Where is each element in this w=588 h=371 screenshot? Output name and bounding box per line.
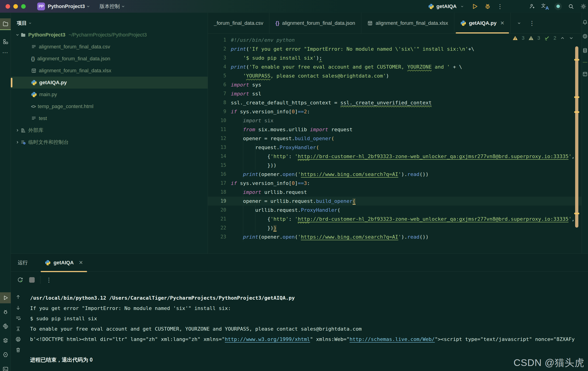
line-number: 12 (208, 134, 226, 143)
clear-console-trash-icon[interactable] (15, 347, 21, 353)
run-tool-button[interactable] (0, 292, 11, 303)
editor-tab-bar: _forum_final_data.csv{}alignment_forum_f… (208, 13, 582, 34)
stop-button[interactable] (29, 277, 35, 283)
console-link[interactable]: http://www.w3.org/1999/xhtml (225, 336, 310, 342)
problems-tool-button[interactable] (0, 349, 11, 360)
project-tree: PythonProject3~/PycharmProjects/PythonPr… (11, 29, 208, 148)
project-panel-header[interactable]: 项目 (11, 13, 208, 29)
ai-assistant-icon[interactable] (582, 33, 588, 39)
tree-item-test[interactable]: test (11, 112, 208, 124)
close-window-button[interactable] (6, 4, 10, 9)
code-line-5: 5 'YOURPASS, please contact sales@bright… (208, 71, 582, 80)
warning-stripe-mark[interactable] (574, 213, 579, 214)
editor-tab-alignment_forum_final_data.json[interactable]: {}alignment_forum_final_data.json (269, 13, 361, 33)
user-avatar[interactable] (555, 3, 562, 10)
services-tool-button[interactable] (0, 335, 11, 346)
python-icon (45, 260, 51, 266)
settings-gear-icon[interactable] (580, 3, 587, 10)
pycharm-window: PP PythonProject3 版本控制 getAIQA ⋮ 文A (0, 0, 588, 371)
code-with-me-icon[interactable] (529, 3, 535, 10)
code-text: if sys.version_info[0]==2: (226, 107, 582, 116)
print-icon[interactable] (15, 336, 21, 342)
project-selector[interactable]: PythonProject3 (48, 3, 85, 10)
tree-item-getAIQA.py[interactable]: getAIQA.py (11, 77, 208, 89)
code-editor[interactable]: 1#!/usr/bin/env python2print('If you get… (208, 34, 582, 253)
python-icon (31, 80, 37, 86)
next-problem-button[interactable] (569, 36, 574, 40)
code-line-18: 18 import urllib.request (208, 188, 582, 197)
code-text: '$ sudo pip install six'); (226, 53, 582, 62)
tree-item-alignment_forum_final_data.csv[interactable]: alignment_forum_final_data.csv (11, 41, 208, 53)
debug-tool-button[interactable] (0, 307, 11, 318)
run-configuration-selector[interactable]: getAIQA (428, 3, 465, 10)
soft-wrap-icon[interactable] (15, 315, 21, 321)
minimize-window-button[interactable] (13, 4, 18, 9)
console-output[interactable]: /usr/local/bin/python3.12 /Users/Caracal… (25, 288, 588, 371)
rerun-button[interactable] (17, 276, 24, 283)
translate-icon[interactable]: 文A (541, 3, 548, 10)
tab-list-chevron-icon[interactable] (517, 21, 521, 25)
more-actions-button[interactable]: ⋮ (497, 3, 503, 10)
chevron-down-icon (28, 21, 32, 25)
editor-area: _forum_final_data.csv{}alignment_forum_f… (208, 13, 582, 253)
watermark: CSDN @猫头虎 (514, 356, 584, 369)
tab-options-button[interactable]: ⋮ (529, 20, 535, 26)
tree-item-alignment_forum_final_data.xlsx[interactable]: alignment_forum_final_data.xlsx (11, 65, 208, 77)
line-number: 16 (208, 170, 226, 179)
editor-tab-alignment_forum_final_data.xlsx[interactable]: alignment_forum_final_data.xlsx (361, 13, 454, 33)
library-icon (21, 128, 26, 133)
code-text: print(opener.open('https://www.bing.com/… (226, 232, 582, 241)
code-line-2: 2print('If you get error "ImportError: N… (208, 44, 582, 53)
prev-problem-button[interactable] (560, 36, 565, 40)
line-number: 7 (208, 89, 226, 98)
chevron-down-icon (121, 4, 125, 9)
structure-tool-button[interactable] (0, 36, 11, 47)
scroll-to-end-icon[interactable] (15, 326, 21, 332)
dictionary-icon[interactable]: A (582, 71, 588, 77)
tree-item-外部库[interactable]: 外部库 (11, 124, 208, 136)
tree-item-临时文件和控制台[interactable]: 临时文件和控制台 (11, 136, 208, 148)
run-toolbar: ⋮ (11, 272, 588, 288)
terminal-tool-button[interactable] (0, 363, 11, 371)
html-tags-icon: <> (31, 104, 35, 109)
vcs-menu[interactable]: 版本控制 (99, 3, 120, 10)
chevron-down-icon[interactable] (14, 33, 21, 37)
run-more-options-button[interactable]: ⋮ (46, 277, 52, 283)
database-icon[interactable] (582, 48, 588, 53)
editor-tab-_forum_final_data.csv[interactable]: _forum_final_data.csv (208, 13, 269, 33)
inspections-widget[interactable]: 3 3 2 (513, 35, 574, 41)
search-everywhere-icon[interactable] (568, 3, 574, 10)
close-tab-icon[interactable]: ✕ (500, 20, 504, 26)
debug-button[interactable] (484, 3, 491, 10)
more-tool-windows-button[interactable]: ⋯ (0, 47, 11, 58)
editor-tab-getAIQA.py[interactable]: getAIQA.py✕ (454, 13, 511, 33)
zoom-window-button[interactable] (21, 4, 26, 9)
active-tool-indicator (0, 29, 11, 30)
run-button[interactable] (471, 3, 478, 10)
run-tab-getaiqa[interactable]: getAIQA ✕ (41, 254, 87, 272)
editor-scrollbar[interactable] (575, 46, 578, 228)
scroll-down-icon[interactable] (15, 305, 21, 311)
notifications-bell-icon[interactable] (582, 19, 588, 25)
tree-item-temp_page_content.html[interactable]: <>temp_page_content.html (11, 100, 208, 112)
tree-item-alignment_forum_final_data.json[interactable]: {}alignment_forum_final_data.json (11, 53, 208, 65)
weak-warning-count: 3 (537, 35, 540, 41)
tree-item-main.py[interactable]: main.py (11, 89, 208, 100)
active-tab-underline (41, 271, 87, 272)
code-text: import urllib.request (226, 188, 582, 197)
close-icon[interactable]: ✕ (79, 260, 83, 266)
warning-stripe-mark[interactable] (574, 111, 579, 113)
tab-label: alignment_forum_final_data.xlsx (376, 20, 448, 26)
chevron-right-icon[interactable] (14, 140, 21, 144)
code-text: ssl._create_default_https_context = ssl.… (226, 98, 582, 107)
python-icon (31, 91, 37, 98)
chevron-right-icon[interactable] (14, 128, 21, 132)
tree-item-PythonProject3[interactable]: PythonProject3~/PycharmProjects/PythonPr… (11, 29, 208, 41)
warning-stripe-mark[interactable] (574, 59, 579, 60)
scroll-up-icon[interactable] (15, 294, 21, 300)
project-tool-button[interactable] (0, 18, 11, 29)
console-link[interactable]: http://schemas.live.com/Web/ (350, 336, 435, 342)
warning-stripe-mark[interactable] (574, 96, 579, 98)
python-console-button[interactable] (0, 321, 11, 332)
code-line-13: 13 request.ProxyHandler( (208, 143, 582, 152)
